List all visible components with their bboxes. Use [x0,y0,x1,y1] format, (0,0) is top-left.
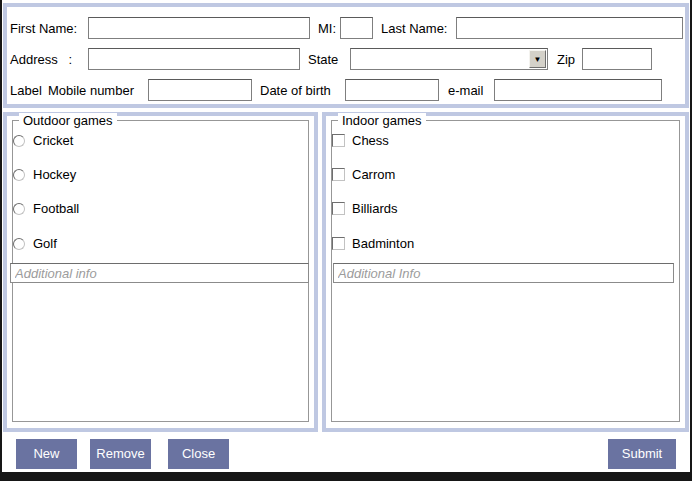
radio-icon[interactable] [13,203,25,215]
chevron-down-icon[interactable]: ▼ [529,50,546,68]
state-dropdown[interactable]: Tamil Nadu ▼ [350,48,548,70]
email-label: e-mail [448,83,483,98]
address-label: Address : [10,52,72,67]
new-button[interactable]: New [16,439,77,469]
checkbox-icon[interactable] [332,168,345,181]
radio-label: Golf [33,236,57,251]
window-border-left [0,0,2,481]
radio-option-cricket[interactable]: Cricket [13,133,73,148]
address-field[interactable]: GH Road [88,48,300,70]
form-window: First Name: Michael MI: 29 Last Name: Jo… [0,0,692,481]
checkbox-icon[interactable] [332,202,345,215]
mi-label: MI: [318,21,336,36]
date-of-birth-label: Date of birth [260,83,331,98]
checkbox-label: Carrom [352,167,395,182]
last-name-field[interactable]: John [456,17,683,39]
radio-icon[interactable] [13,169,25,181]
window-border-bottom [0,472,692,481]
outdoor-games-panel: Outdoor games Cricket Hockey Football Go… [3,112,318,432]
last-name-label: Last Name: [381,21,447,36]
remove-button[interactable]: Remove [90,439,151,469]
indoor-games-panel: Indoor games Chess Carrom Billiards Badm… [322,112,689,432]
outdoor-additional-info-input[interactable] [10,263,309,283]
checkbox-icon[interactable] [332,237,345,250]
indoor-additional-info-input[interactable] [333,263,674,283]
checkbox-label: Billiards [352,201,398,216]
zip-field[interactable]: 600052 [582,48,652,70]
email-field[interactable]: michael@example.com [494,79,662,101]
checkbox-label: Chess [352,133,389,148]
outdoor-games-title: Outdoor games [19,113,117,128]
date-of-birth-field[interactable]: 06/01/1992 [345,79,439,101]
mobile-number-label: Mobile number [48,83,134,98]
radio-icon[interactable] [13,135,25,147]
radio-option-golf[interactable]: Golf [13,236,57,251]
checkbox-option-billiards[interactable]: Billiards [332,201,398,216]
radio-label: Football [33,201,79,216]
checkbox-icon[interactable] [332,134,345,147]
checkbox-option-chess[interactable]: Chess [332,133,389,148]
mi-field[interactable]: 29 [340,17,373,39]
radio-icon[interactable] [13,238,25,250]
state-label: State [308,52,338,67]
radio-option-football[interactable]: Football [13,201,79,216]
indoor-games-title: Indoor games [338,113,426,128]
zip-label: Zip [557,52,575,67]
mobile-number-field[interactable]: 1234567890 [148,79,252,101]
close-button[interactable]: Close [168,439,229,469]
label-label: Label [10,83,42,98]
submit-button[interactable]: Submit [608,439,676,469]
personal-details-panel: First Name: Michael MI: 29 Last Name: Jo… [3,3,689,108]
radio-label: Hockey [33,167,76,182]
checkbox-option-badminton[interactable]: Badminton [332,236,414,251]
first-name-field[interactable]: Michael [88,17,310,39]
checkbox-label: Badminton [352,236,414,251]
radio-label: Cricket [33,133,73,148]
first-name-label: First Name: [10,21,77,36]
radio-option-hockey[interactable]: Hockey [13,167,76,182]
checkbox-option-carrom[interactable]: Carrom [332,167,395,182]
